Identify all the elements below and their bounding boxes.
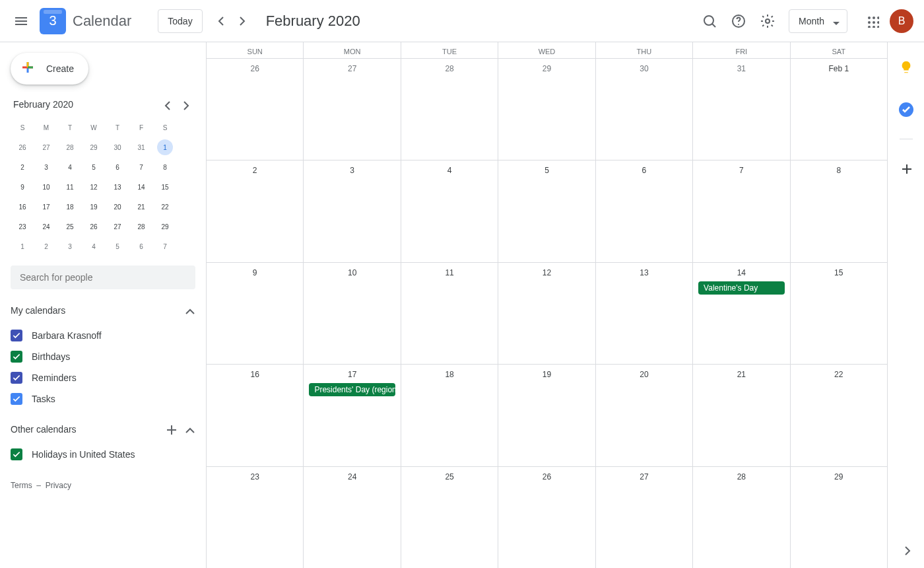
day-cell[interactable]: 12 [498,263,595,364]
minical-day[interactable]: 29 [82,137,106,157]
minical-day[interactable]: 30 [106,137,129,157]
minical-day[interactable]: 1 [11,236,34,256]
account-avatar[interactable]: B [890,9,913,33]
minical-day[interactable]: 18 [58,197,82,217]
minical-day[interactable]: 6 [106,157,129,177]
other-calendars-header[interactable]: Other calendars [11,417,195,441]
minical-day[interactable]: 28 [58,137,82,157]
minical-day[interactable]: 27 [34,137,58,157]
day-cell[interactable]: 20 [596,365,693,466]
day-cell[interactable]: 26 [498,467,595,568]
minical-day[interactable]: 28 [129,217,153,236]
day-cell[interactable]: 26 [207,59,304,160]
help-button[interactable] [725,8,752,34]
minical-day[interactable]: 5 [82,157,106,177]
today-button[interactable]: Today [158,9,202,33]
calendar-checkbox[interactable] [11,330,22,341]
day-cell[interactable]: 28 [401,59,498,160]
calendar-checkbox[interactable] [11,372,22,384]
calendar-checkbox[interactable] [11,448,22,460]
day-cell[interactable]: 22 [791,365,887,466]
minical-day[interactable]: 13 [106,177,129,197]
app-logo[interactable]: 3 Calendar [40,8,131,34]
calendar-checkbox[interactable] [11,351,22,363]
google-apps-button[interactable] [859,8,886,34]
minical-day[interactable]: 17 [34,197,58,217]
day-cell[interactable]: 29 [791,467,887,568]
keep-addon-button[interactable] [893,54,919,81]
day-cell[interactable]: 18 [401,365,498,466]
settings-button[interactable] [754,8,781,34]
day-cell[interactable]: 27 [596,467,693,568]
hide-side-panel-button[interactable] [893,536,919,563]
tasks-addon-button[interactable] [893,96,919,123]
minical-day[interactable]: 2 [34,236,58,256]
minical-day[interactable]: 26 [82,217,106,236]
minical-day[interactable]: 6 [129,236,153,256]
main-menu-button[interactable] [5,5,37,37]
day-cell[interactable]: 15 [791,263,887,364]
minical-day[interactable]: 1 [153,137,177,157]
day-cell[interactable]: 13 [596,263,693,364]
minical-day[interactable]: 4 [58,157,82,177]
day-cell[interactable]: 3 [304,160,401,262]
minical-day[interactable]: 7 [153,236,177,256]
day-cell[interactable]: 31 [693,59,790,160]
minical-day[interactable]: 29 [153,217,177,236]
day-cell[interactable]: 27 [304,59,401,160]
calendar-item[interactable]: Holidays in United States [11,444,195,465]
minical-day[interactable]: 21 [129,197,153,217]
privacy-link[interactable]: Privacy [46,481,71,490]
minical-day[interactable]: 14 [129,177,153,197]
calendar-item[interactable]: Barbara Krasnoff [11,325,195,346]
minical-day[interactable]: 7 [129,157,153,177]
terms-link[interactable]: Terms [11,481,32,490]
day-cell[interactable]: 17Presidents' Day (regional holiday) [304,365,401,466]
minical-day[interactable]: 15 [153,177,177,197]
calendar-checkbox[interactable] [11,393,22,405]
minical-day[interactable]: 9 [11,177,34,197]
minical-day[interactable]: 4 [82,236,106,256]
view-switcher[interactable]: Month [789,9,847,33]
minical-day[interactable]: 3 [58,236,82,256]
minical-day[interactable]: 2 [11,157,34,177]
minical-day[interactable]: 26 [11,137,34,157]
minical-day[interactable]: 20 [106,197,129,217]
minical-day[interactable]: 11 [58,177,82,197]
minical-next-button[interactable] [177,96,193,112]
day-cell[interactable]: 8 [791,160,887,262]
day-cell[interactable]: 6 [596,160,693,262]
minical-day[interactable]: 16 [11,197,34,217]
day-cell[interactable]: 4 [401,160,498,262]
day-cell[interactable]: 5 [498,160,595,262]
minical-day[interactable]: 24 [34,217,58,236]
minical-day[interactable]: 3 [34,157,58,177]
minical-day[interactable]: 5 [106,236,129,256]
calendar-item[interactable]: Birthdays [11,346,195,367]
day-cell[interactable]: 9 [207,263,304,364]
minical-day[interactable]: 31 [129,137,153,157]
day-cell[interactable]: 11 [401,263,498,364]
minical-day[interactable]: 25 [58,217,82,236]
calendar-item[interactable]: Tasks [11,388,195,409]
day-cell[interactable]: 23 [207,467,304,568]
event-chip[interactable]: Presidents' Day (regional holiday) [309,383,395,396]
search-people-input[interactable] [11,266,195,289]
event-chip[interactable]: Valentine's Day [698,281,784,295]
minical-day[interactable]: 22 [153,197,177,217]
minical-day[interactable]: 23 [11,217,34,236]
day-cell[interactable]: 10 [304,263,401,364]
day-cell[interactable]: Feb 1 [791,59,887,160]
prev-period-button[interactable] [211,11,232,32]
day-cell[interactable]: 29 [498,59,595,160]
day-cell[interactable]: 16 [207,365,304,466]
day-cell[interactable]: 25 [401,467,498,568]
day-cell[interactable]: 24 [304,467,401,568]
create-button[interactable]: Create [11,53,88,85]
minical-day[interactable]: 19 [82,197,106,217]
day-cell[interactable]: 2 [207,160,304,262]
day-cell[interactable]: 21 [693,365,790,466]
calendar-item[interactable]: Reminders [11,367,195,388]
my-calendars-header[interactable]: My calendars [11,299,195,322]
get-addons-button[interactable] [893,155,919,182]
